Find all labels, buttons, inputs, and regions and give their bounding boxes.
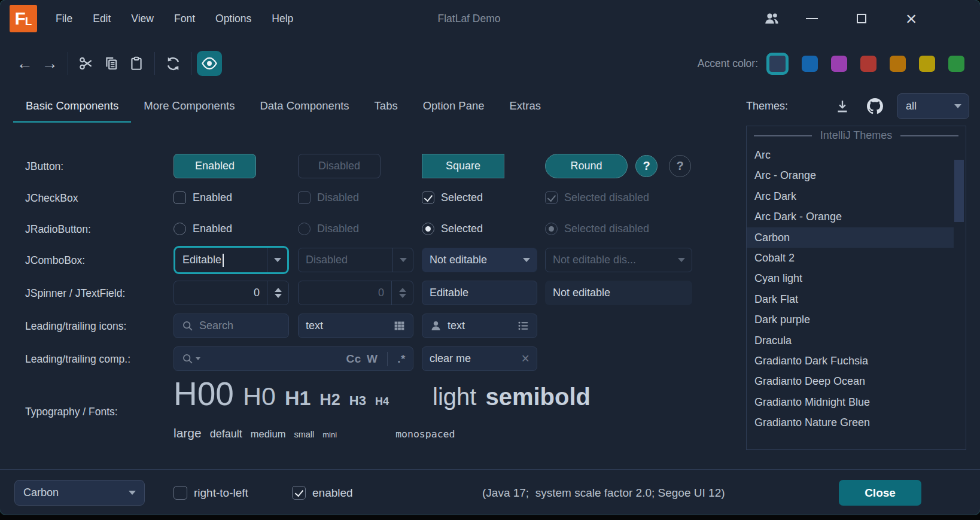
users-icon[interactable] (757, 4, 786, 33)
tabbar: Basic Components More Components Data Co… (0, 90, 980, 123)
spinner-up-icon[interactable] (275, 288, 282, 292)
themes-group-header: IntelliJ Themes (747, 126, 966, 145)
radio-selected-disabled: Selected disabled (545, 217, 649, 241)
accent-swatch-default[interactable] (766, 53, 789, 75)
tab-tabs[interactable]: Tabs (362, 90, 410, 123)
themes-header: Themes: all (746, 90, 969, 123)
spinner-arrows[interactable] (267, 281, 288, 305)
theme-item-carbon[interactable]: Carbon (747, 227, 954, 248)
theme-item-arc-dark[interactable]: Arc Dark (747, 186, 954, 206)
match-case-toggle[interactable]: Cc (346, 352, 361, 366)
back-button[interactable]: ← (12, 51, 37, 76)
textfield-editable[interactable]: Editable (422, 281, 537, 305)
checkbox-selected[interactable]: Selected (422, 186, 483, 210)
default-size-sample: default (210, 428, 242, 440)
text-caret (223, 254, 224, 267)
radio-checked-icon (422, 223, 434, 235)
github-button[interactable] (865, 96, 885, 117)
round-button[interactable]: Round (545, 154, 628, 178)
accent-swatch-orange[interactable] (890, 56, 906, 72)
theme-combobox[interactable]: Carbon (14, 480, 145, 506)
cut-button[interactable] (74, 51, 99, 76)
spinner-down-icon (399, 294, 406, 298)
theme-item-dark-flat[interactable]: Dark Flat (747, 289, 954, 309)
theme-item-arc[interactable]: Arc (747, 145, 954, 165)
checkbox-enabled[interactable]: Enabled (174, 186, 232, 210)
right-to-left-checkbox[interactable]: right-to-left (174, 480, 248, 506)
menu-file[interactable]: File (45, 0, 83, 37)
clearable-field[interactable]: clear me × (422, 346, 537, 371)
table-icon[interactable] (393, 320, 406, 332)
close-button[interactable]: Close (839, 480, 921, 506)
text-field-with-person-icon[interactable]: text (422, 314, 537, 338)
tab-more-components[interactable]: More Components (131, 90, 247, 123)
maximize-button[interactable] (847, 4, 876, 33)
enabled-checkbox[interactable]: enabled (292, 480, 353, 506)
forward-button[interactable]: → (37, 51, 62, 76)
accent-swatch-blue[interactable] (802, 56, 818, 72)
whole-words-toggle[interactable]: W (367, 352, 378, 366)
clear-icon[interactable]: × (522, 352, 529, 366)
typography-headings: H00 H0 H1 H2 H3 H4 light semibold (174, 375, 599, 413)
menu-options[interactable]: Options (205, 0, 261, 37)
theme-item-cyan-light[interactable]: Cyan light (747, 268, 954, 288)
tab-basic-components[interactable]: Basic Components (13, 90, 131, 123)
tab-data-components[interactable]: Data Components (247, 90, 361, 123)
spinner-enabled[interactable]: 0 (174, 281, 289, 305)
checkbox-checked-icon (545, 191, 558, 204)
theme-item-dracula[interactable]: Dracula (747, 330, 954, 351)
help-button[interactable]: ? (635, 155, 658, 177)
search-field-with-options[interactable]: Cc W .* (174, 346, 413, 371)
text-field-with-table-icon[interactable]: text (298, 314, 413, 338)
minimize-button[interactable] (798, 4, 826, 33)
medium-size-sample: medium (251, 428, 286, 440)
radio-enabled[interactable]: Enabled (174, 217, 232, 241)
theme-item-arc-dark-orange[interactable]: Arc Dark - Orange (747, 206, 954, 227)
checkbox-checked-icon (422, 191, 434, 204)
search-with-menu-button[interactable] (181, 352, 200, 365)
mini-size-sample: mini (322, 430, 337, 439)
menu-help[interactable]: Help (261, 0, 303, 37)
accent-swatch-green[interactable] (948, 56, 964, 72)
theme-item-dark-purple[interactable]: Dark purple (747, 309, 954, 330)
chevron-down-icon (954, 104, 961, 108)
refresh-button[interactable] (160, 51, 185, 76)
enabled-button[interactable]: Enabled (174, 154, 256, 178)
theme-item-gradianto-midnight-blue[interactable]: Gradianto Midnight Blue (747, 392, 954, 412)
theme-item-cobalt-2[interactable]: Cobalt 2 (747, 248, 954, 268)
spinner-down-icon[interactable] (275, 294, 282, 298)
list-icon[interactable] (517, 320, 529, 332)
typography-sizes: large default medium small mini monospac… (174, 426, 463, 440)
menu-font[interactable]: Font (164, 0, 205, 37)
paste-button[interactable] (124, 51, 149, 76)
theme-item-gradianto-deep-ocean[interactable]: Gradianto Deep Ocean (747, 371, 954, 391)
combobox-not-editable[interactable]: Not editable (422, 248, 537, 272)
jcombobox-label: JComboBox: (25, 254, 85, 266)
radio-selected[interactable]: Selected (422, 217, 483, 241)
theme-item-gradianto-nature-green[interactable]: Gradianto Nature Green (747, 412, 954, 433)
close-window-button[interactable]: × (897, 4, 926, 33)
accent-swatch-purple[interactable] (831, 56, 847, 72)
download-icon (835, 99, 850, 114)
menu-edit[interactable]: Edit (83, 0, 121, 37)
download-themes-button[interactable] (832, 96, 853, 117)
accent-swatch-red[interactable] (860, 56, 876, 72)
combobox-editable[interactable]: Editable (174, 246, 289, 274)
copy-button[interactable] (99, 51, 124, 76)
search-field[interactable]: Search (174, 314, 289, 338)
tab-option-pane[interactable]: Option Pane (410, 90, 497, 123)
accent-swatch-yellow[interactable] (919, 56, 935, 72)
themes-filter-combobox[interactable]: all (897, 93, 969, 119)
regex-toggle[interactable]: .* (397, 352, 406, 366)
theme-item-gradianto-dark-fuchsia[interactable]: Gradianto Dark Fuchsia (747, 351, 954, 371)
themes-scrollbar-thumb[interactable] (954, 160, 964, 222)
light-weight-sample: light (433, 384, 476, 410)
row-jbutton: JButton: Enabled Disabled Square Round ?… (0, 154, 709, 178)
tab-extras[interactable]: Extras (497, 90, 553, 123)
menu-view[interactable]: View (121, 0, 164, 37)
eye-toggle-button[interactable] (197, 51, 222, 76)
field-separator (387, 352, 388, 366)
square-button[interactable]: Square (422, 154, 504, 178)
combobox-disabled: Disabled (298, 248, 413, 272)
theme-item-arc-orange[interactable]: Arc - Orange (747, 165, 954, 186)
